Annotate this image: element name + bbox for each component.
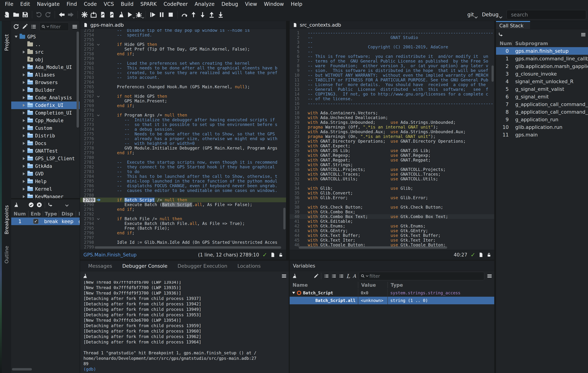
code-line[interactable]: 2782 -- they connect to the GPS_Started …	[80, 165, 286, 169]
expander-icon[interactable]	[21, 81, 27, 84]
clear-console-icon[interactable]	[82, 274, 87, 278]
save-button[interactable]	[21, 10, 30, 19]
code-line[interactable]: 10-- but WITHOUT ANY WARRANTY; without e…	[290, 73, 494, 77]
tree-item-code_analysis[interactable]: Code_Analysis	[11, 94, 80, 101]
code-line[interactable]: 39with Gtk.Combo_Box;	[290, 209, 494, 214]
clear-variables-icon[interactable]	[292, 274, 296, 278]
menu-item-analyze[interactable]: Analyze	[191, 0, 218, 8]
code-line[interactable]: 13-- General Public License distributed …	[290, 87, 494, 92]
chevron-down-icon[interactable]	[65, 203, 68, 207]
run-button[interactable]	[125, 10, 134, 19]
panel-menu-icon[interactable]	[72, 24, 77, 29]
expander-icon[interactable]	[21, 66, 27, 69]
file-icon[interactable]	[479, 252, 483, 257]
code-line[interactable]: 35with Glib.Convert;	[290, 191, 494, 195]
expander-icon[interactable]	[21, 142, 27, 145]
menu-item-spark[interactable]: SPARK	[137, 0, 160, 8]
menu-item-find[interactable]: Find	[63, 0, 80, 8]
code-line[interactable]: 29with GNAT.Strings;	[290, 162, 494, 167]
code-line[interactable]: 2771 if Program_Args /= null then	[80, 113, 286, 117]
tree-item-codefix_ui[interactable]: Codefix_UI	[11, 101, 80, 109]
tree-item-builder[interactable]: Builder	[11, 86, 80, 94]
code-line[interactable]: 2778 GVD_Module.Initialize_Debugger (GPS…	[80, 146, 286, 150]
expand-list-icon[interactable]	[324, 274, 329, 278]
list-view-icon[interactable]	[31, 24, 36, 29]
code-line[interactable]: 2787 -- causes the editor to be uneditab…	[80, 188, 286, 193]
enable-breakpoint-icon[interactable]	[28, 202, 34, 208]
clean-button[interactable]	[116, 10, 125, 19]
code-line[interactable]: 11-- TABILITY or FITNESS FOR A PARTICULA…	[290, 77, 494, 82]
tree-item-docs[interactable]: Docs	[11, 140, 80, 147]
callstack-frame[interactable]: 5g_signal_emit_valist	[496, 85, 588, 93]
variable-row[interactable]: Batch_Script 0x0 system.strings.string_a…	[290, 289, 494, 297]
expander-icon[interactable]	[21, 89, 27, 91]
code-line[interactable]: 2763 -- into account.	[80, 75, 286, 80]
breakpoints-hscrollbar[interactable]	[12, 368, 32, 371]
expander-icon[interactable]	[21, 127, 27, 130]
callstack-frame[interactable]: 7g_application_call_command_li	[496, 100, 588, 108]
code-line[interactable]: 2767 if not Hide_GPS then	[80, 94, 286, 99]
local-variables-icon[interactable]: L	[346, 273, 350, 279]
code-line[interactable]: 19with Ada.Unchecked_Deallocation;	[290, 115, 494, 120]
code-line[interactable]: 2762 -- created, to be sure they are rea…	[80, 70, 286, 75]
callstack-frame[interactable]: 3g_closure_invoke	[496, 70, 588, 77]
menu-item-help[interactable]: Help	[287, 0, 306, 8]
code-line[interactable]: 2793 if Batch_File /= null then	[80, 216, 286, 221]
code-line[interactable]: 2792	[80, 212, 286, 216]
code-line[interactable]: 22with Ada.Strings.Unbounded.Aux; use Ad…	[290, 129, 494, 134]
code-line[interactable]: 2757 Set_Pref (Tip_Of_The_Day, GPS_Main.…	[80, 47, 286, 52]
code-line[interactable]: 2761 -- This needs to be done after all …	[80, 66, 286, 70]
expander-icon[interactable]	[21, 165, 27, 168]
code-line[interactable]: 2796 end if;	[80, 230, 286, 235]
code-line[interactable]: 2779 end if;	[80, 150, 286, 155]
tree-item-cpp_module[interactable]: Cpp_Module	[11, 117, 80, 124]
code-line[interactable]: 2754 -- specified.	[80, 33, 286, 37]
panel-menu-icon[interactable]	[581, 32, 586, 37]
callstack-frame[interactable]: 4signal_emit_unlocked_R	[496, 77, 588, 85]
tree-item-..[interactable]: ..	[11, 41, 80, 48]
breakpoint-enabled-checkbox[interactable]: ✓	[33, 219, 39, 224]
callstack-frame[interactable]: 8g_application_call_command_li	[496, 108, 588, 116]
code-line[interactable]: 30with GNATCOLL.Projects; use GNATCOLL.P…	[290, 167, 494, 172]
code-line[interactable]: 2776 -- already has a proper size, other…	[80, 136, 286, 141]
menu-item-debug[interactable]: Debug	[218, 0, 242, 8]
tree-item-aliases[interactable]: Aliases	[11, 71, 80, 79]
code-line[interactable]: 2795 Free (Batch_File);	[80, 226, 286, 230]
expander-icon[interactable]	[21, 104, 27, 107]
expander-icon[interactable]	[21, 150, 27, 153]
install-button[interactable]	[89, 10, 98, 19]
vcs-git-button[interactable]: git	[467, 11, 477, 18]
fetch-frames-icon[interactable]	[498, 32, 503, 37]
variables-filter-input[interactable]: filter	[359, 272, 484, 280]
panel-menu-icon[interactable]	[282, 274, 287, 279]
code-line[interactable]: 41with Gtk.Editable;	[290, 219, 494, 224]
tree-item-custom[interactable]: Custom	[11, 124, 80, 132]
callstack-tab[interactable]: Call Stack	[496, 21, 530, 29]
code-line[interactable]: 2759	[80, 56, 286, 61]
editor-tab-src-contexts[interactable]: src_contexts.adb	[290, 21, 494, 29]
code-line[interactable]: 2770	[80, 108, 286, 113]
remove-breakpoint-icon[interactable]	[21, 202, 26, 207]
refresh-icon[interactable]	[13, 24, 19, 29]
disable-breakpoint-icon[interactable]	[37, 202, 42, 208]
expander-icon[interactable]	[21, 172, 27, 175]
stop-button[interactable]	[166, 10, 175, 19]
code-line[interactable]: 18with Ada.Containers.Vectors;	[290, 110, 494, 115]
tab-messages[interactable]: Messages	[83, 261, 117, 271]
step-over-button[interactable]	[180, 10, 189, 19]
code-line[interactable]: 28with GNAT.Regpat; use GNAT.Regpat;	[290, 158, 494, 162]
menu-item-code[interactable]: Code	[80, 0, 100, 8]
code-line[interactable]: 2784 -- This has to be launched after th…	[80, 174, 286, 179]
code-line[interactable]: 2780	[80, 155, 286, 160]
code-line[interactable]: 12-- License for more details. You shoul…	[290, 82, 494, 87]
tree-item-completion_ui[interactable]: Completion_UI	[11, 109, 80, 117]
menu-item-edit[interactable]: Edit	[17, 0, 33, 8]
tree-item-browsers[interactable]: Browsers	[11, 79, 80, 86]
code-line[interactable]: 33	[290, 181, 494, 186]
expander-icon[interactable]	[21, 96, 27, 99]
tree-item-gvd[interactable]: GVD	[11, 170, 80, 178]
sidebar-tab-project[interactable]: Project	[2, 23, 11, 62]
code-line[interactable]: 4-- Copyright (C) 2001-2019, AdaCore	[290, 44, 494, 49]
callstack-frame[interactable]: 1gps.main.command_line_callba	[496, 55, 588, 62]
code-line[interactable]: 37	[290, 200, 494, 205]
